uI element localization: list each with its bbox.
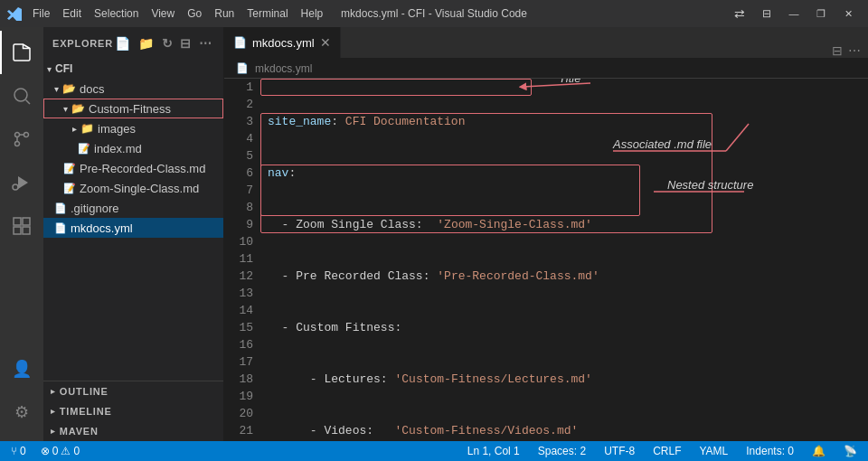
sidebar-title: Explorer (52, 38, 113, 49)
sidebar-item-gitignore[interactable]: 📄 .gitignore (43, 198, 223, 218)
collapse-all-icon[interactable]: ⊟ (178, 34, 193, 52)
sidebar-item-zoom-single[interactable]: 📝 Zoom-Single-Class.md (43, 178, 223, 198)
sidebar-header: Explorer 📄 📁 ↻ ⊟ ⋯ (43, 27, 223, 59)
line-ending-status[interactable]: CRLF (649, 441, 684, 461)
indents-status[interactable]: Indents: 0 (742, 441, 797, 461)
chevron-right-icon: ▸ (72, 124, 77, 134)
new-file-icon[interactable]: 📄 (113, 34, 133, 52)
refresh-icon[interactable]: ↻ (160, 34, 175, 52)
yaml-file-icon: 📄 (54, 222, 67, 234)
spaces-status[interactable]: Spaces: 2 (534, 441, 590, 461)
encoding-label: UTF-8 (604, 445, 635, 457)
code-line-7: - Videos: 'Custom-Fitness/Videos.md' (260, 422, 868, 439)
custom-fitness-label: Custom-Fitness (89, 102, 171, 116)
tab-close-icon[interactable]: ✕ (320, 36, 331, 49)
search-activity-icon[interactable] (0, 74, 43, 118)
svg-marker-5 (18, 176, 28, 189)
svg-rect-9 (14, 227, 21, 234)
svg-rect-10 (23, 227, 30, 234)
md-file-icon: 📝 (78, 143, 90, 155)
folder-icon: 📂 (62, 82, 76, 95)
sidebar-item-custom-fitness[interactable]: ▾ 📂 Custom-Fitness (43, 99, 223, 118)
layout-icon[interactable]: ⊟ (754, 4, 779, 24)
source-control-activity-icon[interactable] (0, 118, 43, 161)
minimize-button[interactable]: — (781, 4, 807, 24)
outline-section-header[interactable]: ▸ OUTLINE (43, 381, 223, 401)
code-line-5: - Custom Fitness: (260, 319, 868, 336)
svg-point-3 (24, 133, 29, 137)
warning-count: 0 (73, 445, 80, 457)
status-bar: ⑂ 0 ⊗ 0 ⚠ 0 Ln 1, Col 1 Spaces: 2 UTF-8 … (0, 441, 868, 461)
error-count: 0 (52, 445, 59, 457)
menu-edit[interactable]: Edit (57, 5, 87, 22)
md-file-icon: 📝 (63, 163, 76, 174)
sidebar-item-docs[interactable]: ▾ 📂 docs (43, 79, 223, 99)
folder-closed-icon: 📁 (80, 122, 94, 135)
close-button[interactable]: ✕ (835, 4, 861, 24)
account-activity-icon[interactable]: 👤 (0, 347, 43, 390)
menu-run[interactable]: Run (209, 5, 240, 22)
menu-view[interactable]: View (146, 5, 180, 22)
error-icon: ⊗ (41, 445, 50, 457)
tree-root-cfi[interactable]: ▾ CFI (43, 59, 223, 79)
tab-label: mkdocs.yml (252, 36, 315, 50)
gitignore-icon: 📄 (54, 202, 67, 214)
code-editor[interactable]: 12345 678910 1112131415 1617181920 21222… (224, 79, 868, 441)
explorer-activity-icon[interactable] (0, 31, 43, 74)
extensions-activity-icon[interactable] (0, 204, 43, 248)
activity-bar-bottom: 👤 ⚙ (0, 347, 43, 441)
breadcrumb-item[interactable]: mkdocs.yml (255, 62, 312, 75)
breadcrumb-file-icon: 📄 (236, 62, 249, 74)
menu-selection[interactable]: Selection (89, 5, 144, 22)
errors-status[interactable]: ⊗ 0 ⚠ 0 (37, 441, 83, 461)
sidebar-item-index-md[interactable]: 📝 index.md (43, 138, 223, 158)
split-editor-icon[interactable]: ⊟ (832, 43, 843, 58)
sidebar: Explorer 📄 📁 ↻ ⊟ ⋯ ▾ CFI ▾ 📂 docs (43, 27, 224, 441)
maximize-button[interactable]: ❐ (808, 4, 834, 24)
gitignore-label: .gitignore (71, 202, 118, 215)
sidebar-item-mkdocs-yml[interactable]: 📄 mkdocs.yml (43, 218, 223, 238)
code-line-6: - Lectures: 'Custom-Fitness/Lectures.md' (260, 371, 868, 388)
breadcrumb: 📄 mkdocs.yml (224, 59, 868, 79)
editor-area: 📄 mkdocs.yml ✕ ⊟ ⋯ 📄 mkdocs.yml 12345 67… (224, 27, 868, 441)
cursor-position-status[interactable]: Ln 1, Col 1 (464, 441, 524, 461)
editor-tab-mkdocs[interactable]: 📄 mkdocs.yml ✕ (224, 27, 341, 58)
menu-help[interactable]: Help (296, 5, 329, 22)
mkdocs-yml-label: mkdocs.yml (71, 221, 133, 235)
more-actions-tab-icon[interactable]: ⋯ (848, 43, 861, 58)
git-branch-status[interactable]: ⑂ 0 (7, 441, 30, 461)
chevron-down-icon: ▾ (63, 104, 68, 114)
docs-label: docs (80, 82, 104, 96)
language-label: YAML (699, 445, 728, 457)
chevron-down-icon: ▾ (47, 64, 52, 74)
line-numbers: 12345 678910 1112131415 1617181920 21222… (224, 79, 260, 441)
sidebar-item-images[interactable]: ▸ 📁 images (43, 118, 223, 138)
sidebar-header-icons: 📄 📁 ↻ ⊟ ⋯ (113, 34, 214, 52)
notifications-icon[interactable]: 🔔 (808, 441, 829, 461)
menu-go[interactable]: Go (182, 5, 207, 22)
title-bar-left: File Edit Selection View Go Run Terminal… (7, 5, 328, 22)
timeline-section-header[interactable]: ▸ TIMELINE (43, 401, 223, 421)
menu-terminal[interactable]: Terminal (241, 5, 293, 22)
code-line-2: nav: (260, 165, 868, 182)
images-label: images (98, 122, 136, 136)
encoding-status[interactable]: UTF-8 (600, 441, 638, 461)
broadcast-icon[interactable]: 📡 (840, 441, 861, 461)
maven-section-header[interactable]: ▸ MAVEN (43, 421, 223, 441)
index-md-label: index.md (94, 142, 142, 155)
settings-activity-icon[interactable]: ⚙ (0, 390, 43, 434)
more-actions-icon[interactable]: ⋯ (197, 34, 214, 52)
line-col-label: Ln 1, Col 1 (467, 445, 520, 457)
run-debug-activity-icon[interactable] (0, 161, 43, 204)
new-folder-icon[interactable]: 📁 (137, 34, 156, 52)
menu-file[interactable]: File (27, 5, 55, 22)
remote-icon[interactable]: ⇄ (727, 4, 752, 24)
language-status[interactable]: YAML (695, 441, 731, 461)
window-controls: ⇄ ⊟ — ❐ ✕ (727, 4, 861, 24)
chevron-right-icon: ▸ (51, 387, 56, 396)
sidebar-bottom-sections: ▸ OUTLINE ▸ TIMELINE ▸ MAVEN (43, 381, 223, 441)
main-layout: 👤 ⚙ Explorer 📄 📁 ↻ ⊟ ⋯ ▾ CFI ▾ (0, 27, 868, 441)
sidebar-item-pre-recorded[interactable]: 📝 Pre-Recorded-Class.md (43, 158, 223, 178)
warning-icon: ⚠ (61, 445, 71, 457)
code-content[interactable]: site_name: CFI Documentation nav: - Zoom… (260, 79, 868, 441)
